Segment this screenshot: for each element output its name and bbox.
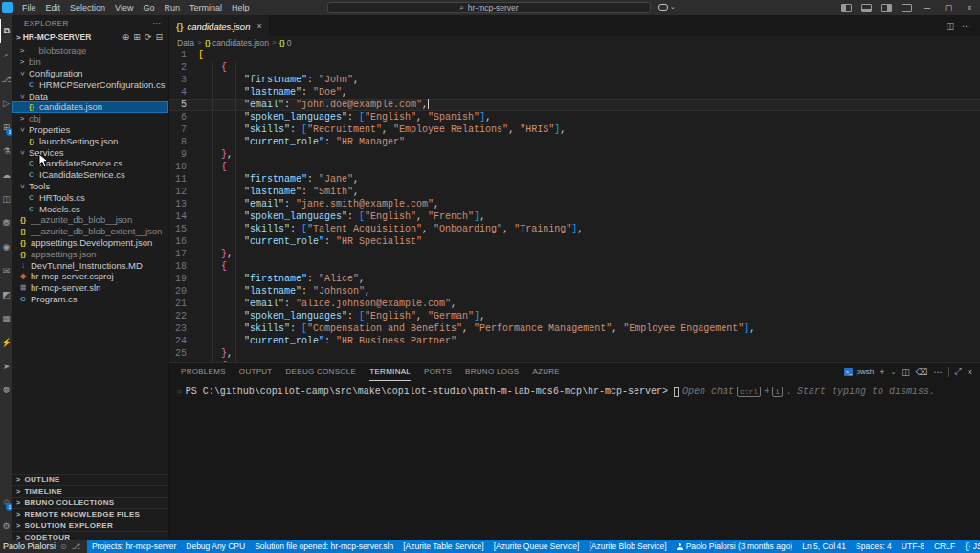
tree-item-tools[interactable]: >Tools [12,181,168,192]
section-solution-explorer[interactable]: >SOLUTION EXPLORER [12,520,168,531]
vscode-logo-icon[interactable] [2,2,13,13]
tree-item-hrmcpserverconfiguration-cs[interactable]: CHRMCPServerConfiguration.cs [12,78,168,90]
menu-help[interactable]: Help [227,0,255,15]
database-icon[interactable]: ⛃ [0,210,12,234]
code-line-10[interactable]: 10 { [169,161,980,173]
tab-candidates-json[interactable]: {} candidates.json × [169,15,270,36]
extensions-icon[interactable]: ⊞1 [0,115,12,139]
tree-item-candidateservice-cs[interactable]: CCandidateService.cs [12,158,168,169]
code-line-6[interactable]: 6 "spoken_languages": ["English", "Spani… [169,111,980,123]
code-line-20[interactable]: 20 "lastname": "Johnson", [169,285,980,298]
menu-run[interactable]: Run [159,0,185,15]
new-terminal-icon[interactable]: + [880,367,884,377]
code-line-1[interactable]: 1[ [169,49,980,61]
account-icon[interactable]: ☺1 [0,490,12,514]
tree-item-models-cs[interactable]: CModels.cs [12,203,168,214]
split-terminal-icon[interactable]: ◫ [902,367,910,377]
m365-icon[interactable]: ▦ [0,306,12,330]
status-azurite-table-service[interactable]: [Azurite Table Service] [398,542,488,551]
tree-item-launchsettings-json[interactable]: {}launchSettings.json [12,135,168,146]
code-line-7[interactable]: 7 "skills": ["Recruitment", "Employee Re… [169,123,980,136]
panel-tab-problems[interactable]: PROBLEMS [181,363,226,381]
copilot-menu[interactable]: ⌄ [658,3,676,11]
project-root-row[interactable]: > HR-MCP-SERVER ⊕ ⊞ ⟳ ⊟ [12,31,168,44]
git-blame-status[interactable]: Paolo Pialorsi (3 months ago) [672,542,798,551]
panel-tab-debug-console[interactable]: DEBUG CONSOLE [286,363,357,381]
terminal-shell-select[interactable]: >_ pwsh [844,367,874,376]
panel-tab-terminal[interactable]: TERMINAL [369,363,411,381]
panel-more-icon[interactable]: ⋯ [934,367,943,377]
code-line-19[interactable]: 19 "firstname": "Alice", [169,273,980,285]
menu-edit[interactable]: Edit [41,0,66,15]
breadcrumb-item-data[interactable]: Data [177,38,194,48]
status-azurite-blob-service[interactable]: [Azurite Blob Service] [584,542,671,551]
panel-tab-azure[interactable]: AZURE [532,363,560,381]
menu-file[interactable]: File [17,0,41,15]
code-line-2[interactable]: 2 { [169,61,980,74]
section-timeline[interactable]: >TIMELINE [12,485,168,497]
language-status[interactable]: {} JSON [960,542,980,551]
menu-view[interactable]: View [110,0,138,15]
panel-tab-bruno-logs[interactable]: BRUNO LOGS [465,363,519,381]
section-bruno-collections[interactable]: >BRUNO COLLECTIONS [12,497,168,508]
section-remote-knowledge-files[interactable]: >REMOTE KNOWLEDGE FILES [12,508,168,520]
profile-extra-icon-2[interactable]: ⎇ [72,542,80,551]
status-azurite-queue-service[interactable]: [Azurite Queue Service] [489,542,585,551]
code-line-12[interactable]: 12 "lastname": "Smith", [169,186,980,198]
search-icon[interactable]: ⌕ [0,43,12,67]
code-line-9[interactable]: 9 }, [169,148,980,161]
code-editor[interactable]: 1[2 {3 "firstname": "John",4 "lastname":… [169,49,980,362]
tree-item-appsettings-json[interactable]: {}appsettings.json [12,248,168,259]
command-center-search[interactable]: ⌕ hr-mcp-server [327,2,651,13]
tree-item-devtunnel-instructions-md[interactable]: ↓DevTunnel_Instructions.MD [12,259,168,271]
toggle-secondary-sidebar-icon[interactable] [881,4,892,12]
tree-item-hr-mcp-server-csproj[interactable]: ◆hr-mcp-server.csproj [12,271,168,282]
tree-item-obj[interactable]: >obj [12,113,168,124]
tree-item-data[interactable]: >Data [12,90,168,101]
tree-item-configuration[interactable]: >Configuration [12,68,168,79]
code-line-8[interactable]: 8 "current_role": "HR Manager" [169,136,980,148]
status-debug-any-cpu[interactable]: Debug Any CPU [181,542,250,551]
tree-item-icandidateservice-cs[interactable]: CICandidateService.cs [12,169,168,181]
code-line-11[interactable]: 11 "firstname": "Jane", [169,173,980,186]
code-line-13[interactable]: 13 "email": "jane.smith@example.com", [169,198,980,210]
run-debug-icon[interactable]: ▷ [0,91,12,115]
source-control-icon[interactable]: ⎇ [0,67,12,91]
status-projects[interactable]: Projects: hr-mcp-server [87,542,181,551]
kill-terminal-icon[interactable]: ⌫ [916,367,928,377]
panel-tab-output[interactable]: OUTPUT [239,363,273,381]
refresh-icon[interactable]: ⟳ [145,33,152,42]
tree-item--azurite-db-blob-extent-json[interactable]: {}__azurite_db_blob_extent__json [12,226,168,237]
encoding-status[interactable]: UTF-8 [897,542,929,551]
tree-item-properties[interactable]: >Properties [12,124,168,136]
tree-item-bin[interactable]: >bin [12,56,168,68]
new-file-icon[interactable]: ⊕ [122,33,130,42]
profile-extra-icon-1[interactable]: ⊙ [60,542,67,551]
code-line-4[interactable]: 4 "lastname": "Doe", [169,86,980,99]
close-panel-icon[interactable]: × [968,367,972,377]
breadcrumb-item-0[interactable]: {}0 [279,38,292,48]
tree-item-hrtools-cs[interactable]: CHRTools.cs [12,191,168,203]
indentation-status[interactable]: Spaces: 4 [851,542,897,551]
tree-item-services[interactable]: >Services [12,146,168,158]
restore-button[interactable]: ▢ [938,0,959,15]
menu-go[interactable]: Go [138,0,159,15]
tree-item--blobstorage-[interactable]: >__blobstorage__ [12,45,168,56]
code-line-24[interactable]: 24 "current_role": "HR Business Partner" [169,335,980,347]
terminal-dropdown-icon[interactable]: ⌄ [890,368,896,376]
maximize-panel-icon[interactable]: ⤢ [955,366,962,377]
rest-client-icon[interactable]: ⚡ [0,330,12,354]
minimap[interactable] [918,50,971,100]
panel-tab-ports[interactable]: PORTS [424,363,452,381]
close-button[interactable]: × [959,0,980,15]
explorer-icon[interactable]: ⧉ [0,19,12,43]
cursor-position-status[interactable]: Ln 5, Col 41 [797,542,851,551]
breadcrumb-item-candidates-json[interactable]: {}candidates.json [205,38,269,48]
docker-icon[interactable]: ☸ [0,378,12,402]
code-line-21[interactable]: 21 "email": "alice.johnson@example.com", [169,298,980,310]
bruno-icon[interactable]: ◉ [0,234,12,258]
codetour-icon[interactable]: ➤ [0,354,12,378]
mail-icon[interactable]: ✉ [0,258,12,282]
code-line-22[interactable]: 22 "spoken_languages": ["English", "Germ… [169,310,980,322]
code-line-14[interactable]: 14 "spoken_languages": ["English", "Fren… [169,210,980,223]
